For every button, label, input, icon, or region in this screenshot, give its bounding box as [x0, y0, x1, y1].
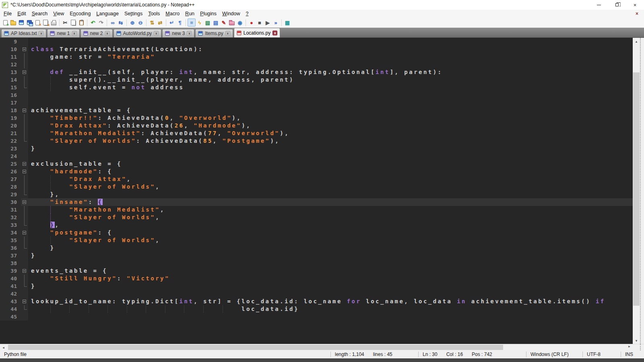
code-line-32[interactable]: 32 "Slayer of Worlds", [0, 214, 633, 221]
code-line-20[interactable]: 20 "Drax Attax": AchieveData(26, "Hardmo… [0, 122, 633, 130]
code-text[interactable]: "Drax Attax", [28, 175, 633, 183]
tab-items-py[interactable]: Items.pyx [195, 29, 233, 37]
code-text[interactable]: } [28, 252, 633, 259]
code-line-29[interactable]: 29 }, [0, 191, 633, 198]
menu-plugins[interactable]: Plugins [197, 10, 219, 17]
code-line-25[interactable]: 25exclusion_table = { [0, 160, 633, 168]
code-line-22[interactable]: 22 "Slayer of Worlds": AchieveData(85, "… [0, 137, 633, 145]
code-text[interactable] [28, 38, 633, 45]
code-line-14[interactable]: 14 super().__init__(player, name, addres… [0, 76, 633, 84]
code-line-10[interactable]: 10class TerrariaAchievement(Location): [0, 45, 633, 53]
code-line-36[interactable]: 36 } [0, 244, 633, 252]
code-text[interactable] [28, 313, 633, 321]
code-line-21[interactable]: 21 "Marathon Medalist": AchieveData(77, … [0, 130, 633, 137]
menu-run[interactable]: Run [182, 10, 197, 17]
code-text[interactable]: "hardmode": { [28, 168, 633, 175]
show-all-characters-icon[interactable]: ¶ [176, 19, 184, 27]
code-text[interactable] [28, 290, 633, 298]
code-text[interactable]: class TerrariaAchievement(Location): [28, 45, 633, 53]
eol-format-label[interactable]: Windows (CR LF) [530, 352, 569, 357]
code-line-39[interactable]: 39events_table = { [0, 267, 633, 275]
menu-macro[interactable]: Macro [163, 10, 182, 17]
tab-new-2[interactable]: new 2x [80, 29, 113, 37]
code-line-34[interactable]: 34 "postgame": { [0, 229, 633, 237]
tab-close-icon[interactable]: x [154, 31, 159, 36]
code-line-9[interactable]: 9 [0, 38, 633, 45]
editor-area[interactable]: 910class TerrariaAchievement(Location):1… [0, 38, 644, 344]
code-line-17[interactable]: 17 [0, 99, 633, 107]
encoding-label[interactable]: UTF-8 [587, 352, 601, 357]
code-line-18[interactable]: 18achievement_table = { [0, 107, 633, 114]
fold-collapse-box[interactable] [23, 162, 26, 166]
menu-language[interactable]: Language [93, 10, 122, 17]
monitoring-icon[interactable]: ◉ [236, 19, 244, 27]
fold-toggle-icon[interactable] [21, 229, 28, 237]
tab-ap-ideas-txt[interactable]: AP Ideas.txtx [1, 29, 46, 37]
code-text[interactable]: exclusion_table = { [28, 160, 633, 168]
code-text[interactable]: "Marathon Medalist", [28, 206, 633, 214]
menu-file[interactable]: File [1, 10, 14, 17]
code-line-42[interactable]: 42 [0, 290, 633, 298]
code-line-35[interactable]: 35 "Slayer of Worlds", [0, 237, 633, 244]
code-line-13[interactable]: 13 def __init__(self, player: int, name:… [0, 68, 633, 76]
code-text[interactable]: "Slayer of Worlds", [28, 183, 633, 191]
tab-locations-py[interactable]: Locations.pyx [234, 28, 280, 37]
fold-toggle-icon[interactable] [21, 107, 28, 114]
code-text[interactable] [28, 152, 633, 160]
code-text[interactable]: "Slayer of Worlds", [28, 237, 633, 244]
menu-search[interactable]: Search [29, 10, 51, 17]
macro-run-multiple-icon[interactable]: » [272, 19, 280, 27]
code-text[interactable]: "Slayer of Worlds": AchieveData(85, "Pos… [28, 137, 633, 145]
tab-new-1[interactable]: new 1x [47, 29, 79, 37]
fold-toggle-icon[interactable] [21, 198, 28, 206]
code-line-38[interactable]: 38 [0, 259, 633, 267]
code-text[interactable]: } [28, 282, 633, 290]
code-text[interactable]: achievement_table = { [28, 107, 633, 114]
horizontal-scrollbar-thumb[interactable] [8, 345, 503, 350]
sync-vertical-scroll-icon[interactable]: ⇅ [148, 19, 156, 27]
code-line-19[interactable]: 19 "Timber!!": AchieveData(0, "Overworld… [0, 114, 633, 122]
code-line-37[interactable]: 37} [0, 252, 633, 259]
macro-stop-icon[interactable]: ■ [256, 19, 264, 27]
code-line-31[interactable]: 31 "Marathon Medalist", [0, 206, 633, 214]
zoom-in-icon[interactable]: ⊕ [128, 19, 136, 27]
menu-window[interactable]: Window [219, 10, 243, 17]
fold-collapse-box[interactable] [23, 231, 26, 234]
code-text[interactable]: self.event = not address [28, 84, 633, 91]
vertical-scrollbar-thumb[interactable] [633, 72, 640, 306]
code-line-44[interactable]: 44 loc_data.id} [0, 305, 633, 313]
fold-collapse-box[interactable] [23, 170, 26, 173]
menu-settings[interactable]: Settings [122, 10, 145, 17]
fold-toggle-icon[interactable] [21, 45, 28, 53]
code-line-41[interactable]: 41} [0, 282, 633, 290]
menu-?[interactable]: ? [243, 10, 252, 17]
save-all-icon[interactable] [25, 19, 33, 27]
close-document-icon[interactable]: × [636, 11, 638, 16]
code-text[interactable]: "postgame": { [28, 229, 633, 237]
new-file-icon[interactable] [1, 19, 9, 27]
fold-collapse-box[interactable] [23, 300, 26, 303]
code-line-16[interactable]: 16 [0, 91, 633, 99]
find-icon[interactable]: ∞ [109, 19, 117, 27]
cut-icon[interactable]: ✂ [61, 19, 69, 27]
scroll-left-icon[interactable]: ◂ [0, 344, 7, 350]
code-line-26[interactable]: 26 "hardmode": { [0, 168, 633, 175]
code-text[interactable]: "Drax Attax": AchieveData(26, "Hardmode"… [28, 122, 633, 130]
macro-record-icon[interactable]: ● [248, 19, 256, 27]
fold-toggle-icon[interactable] [21, 68, 28, 76]
macro-save-icon[interactable]: ▦ [283, 19, 291, 27]
code-line-23[interactable]: 23} [0, 145, 633, 152]
word-wrap-icon[interactable]: ↵ [168, 19, 176, 27]
close-all-icon[interactable] [41, 19, 50, 27]
fold-toggle-icon[interactable] [21, 298, 28, 305]
horizontal-scrollbar[interactable]: ◂ ▸ [0, 344, 633, 350]
code-text[interactable]: "Slayer of Worlds", [28, 214, 633, 221]
fold-collapse-box[interactable] [23, 200, 26, 204]
code-text[interactable]: }, [28, 221, 633, 229]
redo-icon[interactable]: ↷ [97, 19, 105, 27]
scroll-right-icon[interactable]: ▸ [626, 344, 633, 348]
code-text[interactable] [28, 99, 633, 107]
insert-mode-label[interactable]: INS [625, 352, 633, 357]
tab-autoworld-py[interactable]: AutoWorld.pyx [114, 29, 162, 37]
fold-collapse-box[interactable] [23, 70, 26, 74]
